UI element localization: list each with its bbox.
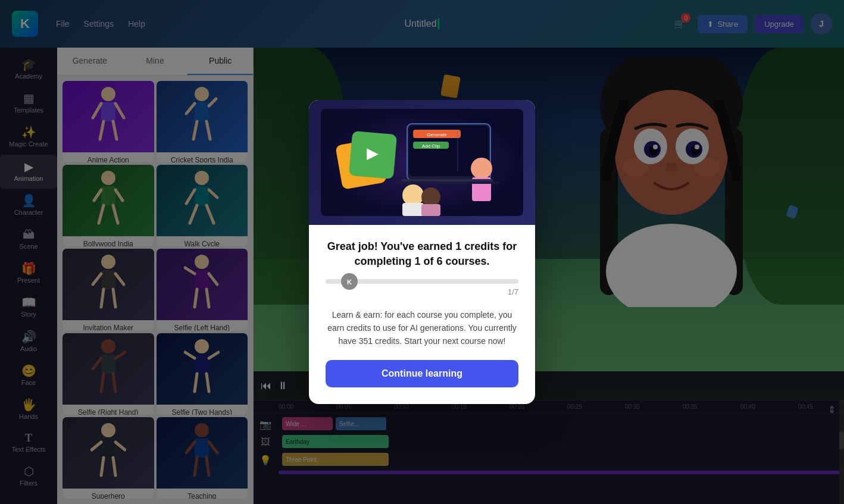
svg-rect-91 (421, 204, 440, 216)
modal-overlay: ▶ Generate Add Clip (0, 0, 844, 504)
modal-progress-thumb: K (341, 273, 358, 290)
modal-progress-container: K 1/7 (326, 279, 518, 296)
achievement-modal: ▶ Generate Add Clip (309, 100, 535, 404)
continue-learning-button[interactable]: Continue learning (326, 360, 518, 387)
svg-text:Generate: Generate (427, 132, 447, 137)
modal-image-inner: ▶ Generate Add Clip (321, 109, 523, 216)
svg-text:Add Clip: Add Clip (422, 143, 440, 149)
svg-text:K: K (347, 278, 352, 286)
svg-point-92 (471, 158, 492, 179)
svg-point-90 (421, 187, 440, 206)
svg-text:▶: ▶ (367, 144, 379, 162)
svg-point-88 (402, 184, 424, 206)
modal-image: ▶ Generate Add Clip (309, 100, 535, 225)
svg-rect-89 (402, 203, 424, 216)
modal-description: Learn & earn: for each course you comple… (326, 308, 518, 348)
modal-progress-bar: K (326, 279, 518, 284)
modal-body: Great job! You've earned 1 credits for c… (309, 225, 535, 404)
modal-title: Great job! You've earned 1 credits for c… (326, 239, 518, 269)
modal-progress-label: 1/7 (326, 287, 518, 296)
svg-rect-95 (395, 181, 499, 184)
